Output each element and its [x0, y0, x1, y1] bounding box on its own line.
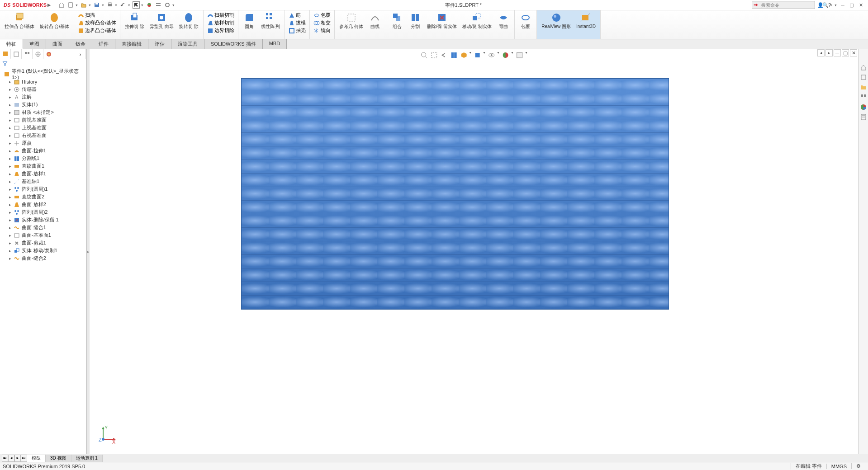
tab-last-icon[interactable]: ⏭ — [21, 455, 27, 462]
feature-manager-tab[interactable] — [0, 49, 11, 59]
loft-boss-button[interactable]: 放样凸台/基体 — [76, 19, 118, 27]
sw-resources-icon[interactable] — [859, 63, 868, 72]
new-icon[interactable] — [67, 1, 74, 9]
design-library-icon[interactable] — [859, 73, 868, 82]
tab-addins[interactable]: SOLIDWORKS 插件 — [204, 39, 263, 49]
hide-show-icon[interactable] — [488, 51, 496, 59]
revolve-cut-button[interactable]: 旋转切 除 — [176, 11, 201, 30]
command-search[interactable]: ⮕ 🔍▼ — [752, 1, 815, 9]
tree-node-17[interactable]: ▸阵列(圆周)2 — [0, 208, 86, 216]
display-style-icon[interactable] — [474, 51, 482, 59]
file-explorer-icon[interactable] — [859, 83, 868, 92]
curves-button[interactable]: 曲线 — [366, 11, 384, 30]
tab-weldments[interactable]: 焊件 — [92, 39, 115, 49]
realview-button[interactable]: RealView 图形 — [539, 11, 574, 30]
doc-prev-icon[interactable]: ◄ — [817, 49, 825, 56]
tree-node-7[interactable]: ▸右视基准面 — [0, 132, 86, 139]
tree-node-15[interactable]: ▸直纹曲面2 — [0, 193, 86, 201]
tree-node-23[interactable]: ▸曲面-缝合2 — [0, 254, 86, 262]
split-button[interactable]: 分割 — [406, 11, 424, 30]
tab-prev-icon[interactable]: ◄ — [8, 455, 14, 462]
revolve-boss-button[interactable]: 旋转凸 台/基体 — [37, 11, 72, 30]
wrap-button[interactable]: 包覆 — [312, 11, 332, 19]
fillet-button[interactable]: 圆角 — [240, 11, 258, 30]
tab-mbd[interactable]: MBD — [263, 39, 287, 49]
extrude-boss-button[interactable]: 拉伸凸 台/基体 — [2, 11, 37, 30]
select-icon[interactable] — [133, 1, 140, 9]
tree-node-5[interactable]: ▸前视基准面 — [0, 116, 86, 124]
previous-view-icon[interactable] — [440, 51, 448, 59]
property-manager-tab[interactable] — [11, 49, 22, 59]
tab-evaluate[interactable]: 评估 — [148, 39, 171, 49]
help-icon[interactable]: ? — [826, 1, 833, 9]
doc-restore-button[interactable]: ▢ — [842, 49, 849, 56]
minimize-button[interactable]: ─ — [839, 1, 846, 9]
appearances-icon[interactable] — [859, 103, 868, 112]
rib-button[interactable]: 筋 — [287, 11, 308, 19]
user-icon[interactable]: 👤 — [817, 1, 824, 9]
extrude-cut-button[interactable]: 拉伸切 除 — [122, 11, 147, 30]
tree-node-2[interactable]: ▸A注解 — [0, 93, 86, 101]
flex-button[interactable]: 弯曲 — [494, 11, 512, 30]
tab-sketch[interactable]: 草图 — [23, 39, 46, 49]
tree-node-21[interactable]: ▸曲面-剪裁1 — [0, 239, 86, 247]
tree-node-12[interactable]: ▸曲面-放样1 — [0, 170, 86, 178]
zoom-area-icon[interactable] — [430, 51, 438, 59]
maximize-button[interactable]: ▢ — [848, 1, 855, 9]
tree-node-3[interactable]: ▸实体(1) — [0, 101, 86, 108]
settings-icon[interactable] — [164, 1, 171, 9]
tree-node-22[interactable]: ▸实体-移动/复制1 — [0, 247, 86, 254]
apply-scene-icon[interactable] — [516, 51, 524, 59]
custom-properties-icon[interactable] — [859, 113, 868, 122]
hole-wizard-button[interactable]: 异型孔 向导 — [147, 11, 176, 30]
wrap2-button[interactable]: 包覆 — [517, 11, 535, 30]
print-icon[interactable] — [106, 1, 114, 9]
instant3d-button[interactable]: Instant3D — [574, 11, 598, 30]
status-options-icon[interactable]: ⚙ — [851, 463, 865, 469]
tree-node-4[interactable]: ▸材质 <未指定> — [0, 108, 86, 116]
tree-node-13[interactable]: ▸基准轴1 — [0, 178, 86, 185]
tree-node-19[interactable]: ▸曲面-缝合1 — [0, 224, 86, 231]
tab-surfaces[interactable]: 曲面 — [46, 39, 69, 49]
ref-geometry-button[interactable]: 参考几 何体 — [337, 11, 366, 30]
search-input[interactable] — [759, 3, 821, 8]
intersect-button[interactable]: 相交 — [312, 19, 332, 27]
section-view-icon[interactable] — [450, 51, 458, 59]
move-body-button[interactable]: 移动/复 制实体 — [460, 11, 495, 30]
boundary-cut-button[interactable]: 边界切除 — [205, 27, 236, 34]
motion-study-tab[interactable]: 运动算例 1 — [71, 455, 103, 462]
save-icon[interactable] — [93, 1, 100, 9]
edit-appearance-icon[interactable] — [502, 51, 510, 59]
boundary-boss-button[interactable]: 边界凸台/基体 — [76, 27, 118, 34]
open-icon[interactable] — [80, 1, 87, 9]
loft-cut-button[interactable]: 放样切割 — [205, 19, 236, 27]
linear-pattern-button[interactable]: 线性阵 列 — [258, 11, 283, 30]
tab-render[interactable]: 渲染工具 — [171, 39, 204, 49]
tree-node-14[interactable]: ▸阵列(圆周)1 — [0, 185, 86, 193]
mirror-button[interactable]: 镜向 — [312, 27, 332, 34]
doc-close-button[interactable]: ✕ — [850, 49, 857, 56]
tree-node-11[interactable]: ▸直纹曲面1 — [0, 162, 86, 170]
graphics-viewport[interactable]: ▼ ▼ ▼ ▼ ▼ ◄ ► ─ ▢ ✕ document.write(Array… — [90, 49, 858, 454]
zoom-fit-icon[interactable] — [420, 51, 428, 59]
tab-next-icon[interactable]: ► — [14, 455, 21, 462]
draft-button[interactable]: 拔模 — [287, 19, 308, 27]
undo-icon[interactable] — [119, 1, 127, 9]
tree-filter[interactable] — [0, 59, 86, 68]
view-orientation-icon[interactable] — [460, 51, 468, 59]
shell-button[interactable]: 抽壳 — [287, 27, 308, 34]
tree-root[interactable]: 零件1 (默认<<默认>_显示状态 1>) — [0, 70, 86, 78]
model-tab[interactable]: 模型 — [27, 455, 46, 462]
view-palette-icon[interactable] — [859, 93, 868, 102]
tree-node-16[interactable]: ▸曲面-放样2 — [0, 201, 86, 208]
tab-direct-edit[interactable]: 直接编辑 — [115, 39, 148, 49]
display-manager-tab[interactable] — [43, 49, 54, 59]
tab-sheetmetal[interactable]: 钣金 — [69, 39, 92, 49]
tab-first-icon[interactable]: ⏮ — [2, 455, 8, 462]
options-icon[interactable] — [155, 1, 162, 9]
rebuild-icon[interactable] — [146, 1, 153, 9]
unit-system[interactable]: MMGS — [826, 464, 851, 469]
3dviews-tab[interactable]: 3D 视图 — [46, 455, 71, 462]
sweep-cut-button[interactable]: 扫描切割 — [205, 11, 236, 19]
combine-button[interactable]: 组合 — [388, 11, 406, 30]
